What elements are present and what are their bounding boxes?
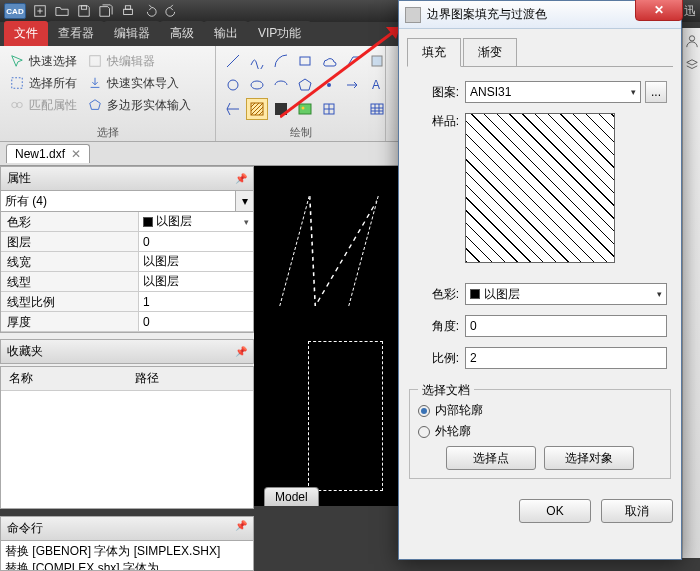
- color-swatch-icon: [470, 289, 480, 299]
- file-tab[interactable]: New1.dxf✕: [6, 144, 90, 163]
- open-icon[interactable]: [54, 3, 70, 19]
- sample-label: 样品:: [413, 113, 459, 130]
- scale-input[interactable]: [465, 347, 667, 369]
- tab-advanced[interactable]: 高级: [160, 21, 204, 46]
- new-icon[interactable]: [32, 3, 48, 19]
- angle-input[interactable]: [465, 315, 667, 337]
- ellipse-tool[interactable]: [246, 74, 268, 96]
- polygon-input-label: 多边形实体输入: [107, 97, 191, 114]
- file-tab-label: New1.dxf: [15, 147, 65, 161]
- angle-label: 角度:: [413, 318, 459, 335]
- cmd-header: 命令行📌: [0, 516, 254, 541]
- prop-color-value[interactable]: 以图层: [139, 212, 253, 231]
- prop-layer-value[interactable]: 0: [139, 232, 253, 251]
- tab-viewer[interactable]: 查看器: [48, 21, 104, 46]
- rect-shape: [308, 341, 383, 491]
- hatch-dialog: 边界图案填充与过渡色 ✕ 填充 渐变 图案: ANSI31 ... 样品: 色彩…: [398, 0, 682, 560]
- fav-header: 收藏夹📌: [0, 339, 254, 364]
- v-shape: [279, 196, 378, 306]
- wipeout-tool[interactable]: [270, 98, 292, 120]
- tab-gradient[interactable]: 渐变: [463, 38, 517, 67]
- color-label: 色彩:: [413, 286, 459, 303]
- draw-group-label: 绘制: [216, 125, 385, 140]
- prop-thk-label: 厚度: [1, 312, 139, 331]
- leader-tool[interactable]: [342, 50, 364, 72]
- prop-lt-value[interactable]: 以图层: [139, 272, 253, 291]
- svg-point-11: [251, 81, 263, 89]
- text-tool2[interactable]: A: [366, 74, 388, 96]
- dialog-close-button[interactable]: ✕: [635, 0, 683, 21]
- props-filter-input[interactable]: [1, 191, 235, 211]
- model-tab[interactable]: Model: [264, 487, 319, 506]
- save-icon[interactable]: [76, 3, 92, 19]
- polygon-tool[interactable]: [294, 74, 316, 96]
- tab-editor[interactable]: 编辑器: [104, 21, 160, 46]
- prop-lts-label: 线型比例: [1, 292, 139, 311]
- ellipse-arc-tool[interactable]: [270, 74, 292, 96]
- table-tool[interactable]: [366, 98, 388, 120]
- prop-color-label: 色彩: [1, 212, 139, 231]
- prop-lw-value[interactable]: 以图层: [139, 252, 253, 271]
- pin-icon[interactable]: 📌: [235, 173, 247, 184]
- svg-point-6: [12, 102, 17, 107]
- svg-rect-9: [372, 56, 382, 66]
- circle-tool[interactable]: [222, 74, 244, 96]
- pick-point-button[interactable]: 选择点: [446, 446, 536, 470]
- ok-button[interactable]: OK: [519, 499, 591, 523]
- layers-icon[interactable]: [685, 58, 699, 72]
- pattern-browse-button[interactable]: ...: [645, 81, 667, 103]
- fav-list[interactable]: [1, 390, 253, 508]
- arrow-tool[interactable]: [342, 74, 364, 96]
- svg-rect-16: [299, 104, 311, 114]
- quick-select-button[interactable]: 快速选择: [6, 52, 80, 71]
- undo-icon[interactable]: [142, 3, 158, 19]
- pattern-select[interactable]: ANSI31: [465, 81, 641, 103]
- fav-pin-icon[interactable]: 📌: [235, 346, 247, 357]
- color-select[interactable]: 以图层: [465, 283, 667, 305]
- prop-lts-value[interactable]: 1: [139, 292, 253, 311]
- point-tool[interactable]: [318, 74, 340, 96]
- print-icon[interactable]: [120, 3, 136, 19]
- block-tool[interactable]: [366, 50, 388, 72]
- tab-fill[interactable]: 填充: [407, 38, 461, 67]
- svg-text:A: A: [372, 78, 380, 92]
- title-suffix: 迅: [684, 3, 696, 20]
- tab-vip[interactable]: VIP功能: [248, 21, 311, 46]
- hatch-tool[interactable]: [246, 98, 268, 120]
- arc-tool[interactable]: [270, 50, 292, 72]
- svg-point-10: [228, 80, 238, 90]
- rect-tool[interactable]: [294, 50, 316, 72]
- line-tool[interactable]: [222, 50, 244, 72]
- cloud-tool[interactable]: [318, 50, 340, 72]
- spline-tool[interactable]: [246, 50, 268, 72]
- insert-tool[interactable]: [318, 98, 340, 120]
- saveall-icon[interactable]: [98, 3, 114, 19]
- close-file-icon[interactable]: ✕: [71, 147, 81, 161]
- user-icon[interactable]: [685, 34, 699, 48]
- svg-point-12: [327, 83, 331, 87]
- cancel-button[interactable]: 取消: [601, 499, 673, 523]
- docsel-title: 选择文档: [418, 382, 474, 399]
- cmd-pin-icon[interactable]: 📌: [235, 520, 247, 537]
- scale-label: 比例:: [413, 350, 459, 367]
- app-logo: CAD: [4, 3, 26, 19]
- tab-output[interactable]: 输出: [204, 21, 248, 46]
- color-swatch-icon: [143, 217, 153, 227]
- svg-point-20: [689, 36, 694, 41]
- pattern-swatch: [465, 113, 615, 263]
- fav-col-path: 路径: [127, 370, 253, 387]
- quick-import-label: 快速实体导入: [107, 75, 179, 92]
- radio-outer[interactable]: 外轮廓: [418, 423, 662, 440]
- quick-import-button[interactable]: 快速实体导入: [84, 74, 182, 93]
- prop-thk-value[interactable]: 0: [139, 312, 253, 331]
- cmd-output[interactable]: 替换 [GBENOR] 字体为 [SIMPLEX.SHX] 替换 [COMPLE…: [0, 541, 254, 571]
- polygon-input-button[interactable]: 多边形实体输入: [84, 96, 194, 115]
- select-all-button[interactable]: 选择所有: [6, 74, 80, 93]
- pick-object-button[interactable]: 选择对象: [544, 446, 634, 470]
- redo-icon[interactable]: [164, 3, 180, 19]
- props-filter-dropdown[interactable]: ▾: [235, 191, 253, 211]
- ray-tool[interactable]: [222, 98, 244, 120]
- radio-inner[interactable]: 内部轮廓: [418, 402, 662, 419]
- tab-file[interactable]: 文件: [4, 21, 48, 46]
- image-tool[interactable]: [294, 98, 316, 120]
